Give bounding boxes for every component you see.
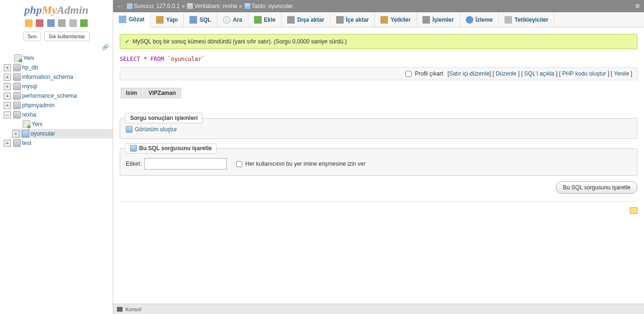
database-icon [13, 64, 21, 71]
refresh-link[interactable]: Yenile [614, 70, 629, 77]
tree-db-performance_schema[interactable]: + performance_schema [4, 91, 113, 101]
tree-label: hp_db [22, 64, 38, 71]
tree-db-hp_db[interactable]: + hp_db [4, 63, 113, 72]
tree-label: Yeni [23, 55, 34, 61]
message-text: MySQL boş bir sonuç kümesi döndürdü (yan… [132, 38, 347, 45]
bc-table-label: Tablo: [252, 3, 267, 9]
tab-structure[interactable]: Yapı [150, 12, 184, 27]
tree-db-information_schema[interactable]: + information_schema [4, 72, 113, 82]
back-icon[interactable]: ← [117, 2, 124, 10]
tab-label: Ara [233, 17, 242, 23]
tab-import[interactable]: İçe aktar [330, 12, 375, 27]
tree-db-mysql[interactable]: + mysql [4, 82, 113, 91]
logout-icon[interactable] [36, 19, 43, 27]
expand-icon[interactable]: + [12, 130, 19, 137]
search-icon [223, 16, 231, 24]
logo[interactable]: phpMyAdmin [0, 0, 113, 18]
tab-sql[interactable]: SQL [184, 12, 217, 27]
tab-triggers[interactable]: Tetikleyiciler [499, 12, 554, 27]
tab-label: Yetkiler [390, 17, 411, 23]
php-link[interactable]: PHP kodu oluştur [562, 70, 606, 77]
tree-db-rexha[interactable]: – rexha [4, 110, 113, 119]
expand-icon[interactable]: + [4, 102, 11, 109]
docs-icon[interactable] [58, 19, 66, 27]
tree-new-table[interactable]: Yeni [12, 119, 113, 129]
bookmark-submit-button[interactable]: Bu SQL sorgusunu işaretle [556, 181, 637, 194]
tree-db-phpmyadmin[interactable]: + phpmyadmin [4, 101, 113, 110]
profile-checkbox[interactable] [405, 71, 412, 77]
bc-db-label: Veritabanı: [194, 3, 221, 9]
database-icon [187, 3, 193, 9]
page-settings-icon[interactable]: ⚙ [635, 3, 640, 9]
console-bar[interactable]: Konsol [113, 304, 644, 314]
tab-search[interactable]: Ara [217, 12, 248, 27]
database-icon [13, 111, 21, 119]
column-header[interactable]: VIPZaman [143, 88, 181, 98]
bookmark-allow-checkbox[interactable] [236, 161, 242, 167]
database-icon [13, 102, 21, 109]
tracking-icon [466, 16, 473, 24]
database-icon [13, 92, 21, 100]
tree-table-oyuncular[interactable]: + oyuncular [12, 129, 113, 138]
tab-browse[interactable]: Gözat [113, 12, 150, 27]
breadcrumb-db[interactable]: Veritabanı: rexha [194, 3, 237, 9]
tab-label: Ekle [264, 17, 276, 23]
tab-label: Gözat [129, 16, 144, 23]
tree-label: information_schema [22, 74, 73, 80]
result-table: Isim VIPZaman [120, 87, 182, 99]
tab-privileges[interactable]: Yetkiler [375, 12, 417, 27]
expand-icon[interactable]: + [4, 74, 11, 81]
sidebar-toolbar [0, 18, 113, 30]
fieldset-legend: Bu SQL sorgusunu işaretle [125, 143, 217, 153]
inline-edit-link[interactable]: Satır içi düzenle [449, 70, 489, 77]
recent-button[interactable]: Son [23, 32, 41, 41]
expand-icon[interactable]: + [4, 140, 11, 147]
tab-insert[interactable]: Ekle [248, 12, 282, 27]
column-header[interactable]: Isim [121, 88, 142, 98]
new-icon [14, 54, 22, 62]
sql-star: * [144, 56, 147, 62]
reload-icon[interactable] [80, 19, 88, 27]
sql-table: `oyuncular` [167, 56, 205, 62]
tab-export[interactable]: Dışa aktar [281, 12, 330, 27]
tab-operations[interactable]: İşlemler [417, 12, 460, 27]
tab-label: İzleme [476, 17, 493, 23]
note-icon[interactable] [630, 207, 637, 214]
collapse-icon[interactable]: – [4, 111, 11, 119]
view-icon [126, 126, 132, 133]
tab-label: Tetikleyiciler [514, 17, 548, 23]
create-view-link[interactable]: Görünüm oluştur [135, 126, 177, 133]
table-icon [22, 130, 29, 137]
profile-label: Profil çıkart [415, 70, 443, 77]
import-icon [336, 16, 344, 24]
explain-link[interactable]: SQL'i açıkla [524, 70, 554, 77]
tab-label: Dışa aktar [297, 17, 324, 23]
tree-new[interactable]: Yeni [4, 53, 113, 63]
expand-icon[interactable]: + [4, 93, 11, 100]
settings-icon[interactable] [69, 19, 77, 27]
main: ← Sunucu: 127.0.0.1 » Veritabanı: rexha … [113, 0, 644, 314]
console-label: Konsol [125, 306, 141, 312]
db-tree: Yeni + hp_db + information_schema + mysq… [0, 51, 113, 148]
tab-tracking[interactable]: İzleme [460, 12, 499, 27]
bookmark-allow-label: Her kullanıcının bu yer imine erişmesine… [245, 161, 365, 167]
tree-db-test[interactable]: + test [4, 138, 113, 148]
bc-table-value: oyuncular [268, 3, 293, 9]
sql-icon[interactable] [47, 19, 55, 27]
home-icon[interactable] [25, 19, 33, 27]
database-icon [13, 83, 21, 90]
logo-part3: Admin [57, 4, 89, 16]
bookmark-input[interactable] [144, 158, 227, 170]
breadcrumb-server[interactable]: Sunucu: 127.0.0.1 [134, 3, 180, 9]
favorites-button[interactable]: Sık kullanılanlar [44, 32, 90, 41]
expand-icon[interactable]: + [4, 83, 11, 90]
breadcrumb-table[interactable]: Tablo: oyuncular [252, 3, 293, 9]
bc-db-value: rexha [223, 3, 237, 9]
fieldset-legend: Sorgu sonuçları işlemleri [125, 113, 203, 123]
bookmark-button-bar: Bu SQL sorgusunu işaretle [120, 181, 637, 194]
edit-link[interactable]: Düzenle [495, 70, 516, 77]
expand-icon[interactable]: + [4, 64, 11, 71]
privileges-icon [380, 16, 388, 24]
link-icon[interactable]: 🔗 [0, 43, 113, 51]
triggers-icon [504, 16, 512, 24]
